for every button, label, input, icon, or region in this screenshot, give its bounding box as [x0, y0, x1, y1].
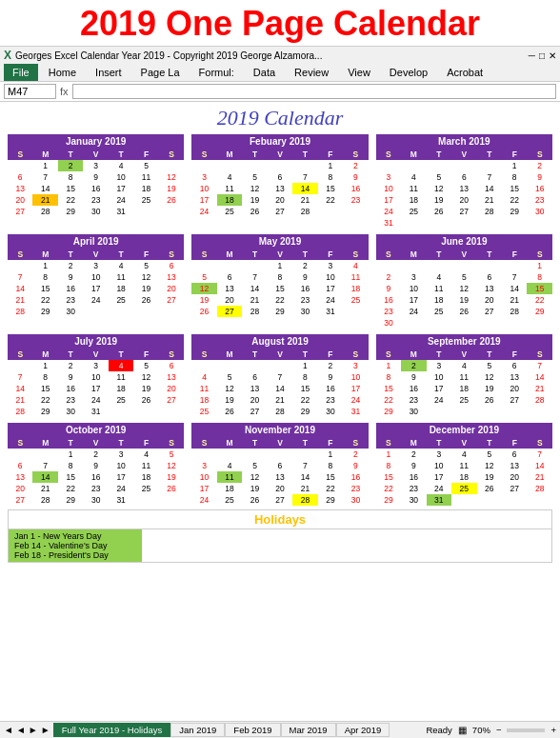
day-cell: 24	[376, 206, 401, 217]
day-cell: 27	[159, 394, 185, 406]
day-cell: 15	[58, 183, 83, 194]
day-cell: 20	[268, 483, 292, 494]
day-cell: 9	[58, 371, 83, 383]
day-cell: 3	[191, 171, 216, 183]
day-cell: 4	[191, 371, 216, 383]
day-cell: 25	[109, 394, 133, 406]
day-cell: 14	[268, 383, 292, 394]
month-block-11: November 2019SMTVTFS12345678910111213141…	[191, 423, 368, 506]
day-cell: 10	[83, 371, 108, 383]
sheet-tab-mar-2019[interactable]: Mar 2019	[281, 723, 336, 737]
ribbon-tab-acrobat[interactable]: Acrobat	[438, 64, 491, 81]
ribbon-tab-data[interactable]: Data	[245, 64, 284, 81]
day-cell: 15	[376, 383, 401, 394]
ribbon-tab-page-la[interactable]: Page La	[132, 64, 189, 81]
nav-left-icon[interactable]: ◄	[16, 725, 26, 735]
day-cell: 30	[292, 306, 317, 317]
day-cell	[343, 206, 369, 217]
day-cell: 21	[32, 194, 57, 206]
zoom-slider[interactable]	[507, 728, 545, 732]
month-block-12: December 2019SMTVTFS12345678910111213141…	[376, 423, 552, 506]
day-cell: 7	[32, 171, 57, 183]
day-cell	[527, 494, 552, 506]
day-cell	[427, 406, 451, 417]
formula-input[interactable]	[72, 84, 556, 99]
day-cell	[502, 260, 527, 271]
day-cell: 9	[343, 460, 369, 471]
day-cell: 15	[32, 383, 57, 394]
day-cell: 1	[268, 260, 292, 271]
ribbon-tab-view[interactable]: View	[339, 64, 379, 81]
day-cell	[133, 206, 158, 217]
day-cell: 5	[133, 360, 158, 371]
nav-prev-icon[interactable]: ◄	[4, 725, 13, 735]
day-cell: 8	[58, 460, 83, 471]
day-cell	[477, 260, 502, 271]
day-cell: 13	[217, 283, 242, 294]
day-cell: 26	[159, 483, 185, 494]
zoom-in-icon[interactable]: +	[550, 725, 556, 735]
day-cell	[527, 217, 552, 229]
sheet-tab-feb-2019[interactable]: Feb 2019	[225, 723, 280, 737]
cell-reference[interactable]	[4, 84, 56, 99]
calendar-heading: 2019 Calendar	[8, 106, 552, 130]
day-cell: 3	[191, 460, 216, 471]
day-cell: 4	[217, 460, 242, 471]
day-cell	[191, 160, 216, 171]
zoom-out-icon[interactable]: −	[496, 725, 502, 735]
window-controls[interactable]: ─ □ ✕	[529, 50, 556, 61]
sheet-tab-apr-2019[interactable]: Apr 2019	[336, 723, 390, 737]
day-cell: 29	[268, 306, 292, 317]
day-cell: 31	[109, 494, 133, 506]
nav-next-icon[interactable]: ►	[41, 725, 50, 735]
day-cell: 25	[217, 206, 242, 217]
day-cell: 19	[217, 394, 242, 406]
day-cell: 2	[292, 260, 317, 271]
maximize-icon[interactable]: □	[539, 50, 545, 61]
month-header-2: Febuary 2019	[191, 134, 368, 149]
day-cell: 10	[109, 460, 133, 471]
day-cell	[217, 360, 242, 371]
day-cell: 18	[343, 283, 369, 294]
day-cell: 28	[242, 306, 267, 317]
day-cell: 28	[268, 406, 292, 417]
ribbon-tab-review[interactable]: Review	[286, 64, 337, 81]
month-header-9: September 2019	[376, 334, 552, 349]
ribbon-tab-develop[interactable]: Develop	[381, 64, 436, 81]
day-cell	[451, 217, 476, 229]
day-cell: 29	[502, 206, 527, 217]
day-cell: 13	[502, 371, 527, 383]
day-cell: 25	[451, 394, 476, 406]
month-block-2: Febuary 2019SMTVTFS123456789101112131415…	[191, 134, 368, 229]
day-cell: 14	[292, 471, 317, 483]
holidays-content: Jan 1 - New Years DayFeb 14 - Valentine'…	[8, 529, 552, 563]
close-icon[interactable]: ✕	[549, 50, 556, 61]
day-cell	[109, 306, 133, 317]
day-cell: 3	[83, 360, 108, 371]
day-cell	[477, 217, 502, 229]
sheet-tab-full-year-2019---holidays[interactable]: Full Year 2019 - Holidays	[53, 723, 171, 737]
day-cell: 26	[242, 494, 267, 506]
day-cell: 6	[502, 360, 527, 371]
day-cell: 2	[58, 360, 83, 371]
day-cell	[401, 317, 426, 329]
minimize-icon[interactable]: ─	[529, 50, 535, 61]
month-header-10: October 2019	[8, 423, 184, 437]
day-cell: 28	[292, 494, 317, 506]
ribbon-tab-insert[interactable]: Insert	[87, 64, 130, 81]
ribbon-tab-formul:[interactable]: Formul:	[190, 64, 243, 81]
day-cell: 16	[58, 383, 83, 394]
day-cell	[502, 494, 527, 506]
nav-right-icon[interactable]: ►	[29, 725, 38, 735]
sheet-tab-jan-2019[interactable]: Jan 2019	[170, 723, 225, 737]
day-cell: 28	[527, 483, 552, 494]
day-cell: 20	[8, 194, 32, 206]
day-cell: 7	[8, 271, 32, 283]
day-cell: 8	[527, 271, 552, 283]
day-cell: 20	[217, 294, 242, 306]
day-cell: 9	[343, 171, 369, 183]
ribbon-tab-file[interactable]: File	[4, 64, 38, 81]
month-header-3: March 2019	[376, 134, 552, 149]
day-cell: 28	[32, 494, 57, 506]
ribbon-tab-home[interactable]: Home	[40, 64, 85, 81]
